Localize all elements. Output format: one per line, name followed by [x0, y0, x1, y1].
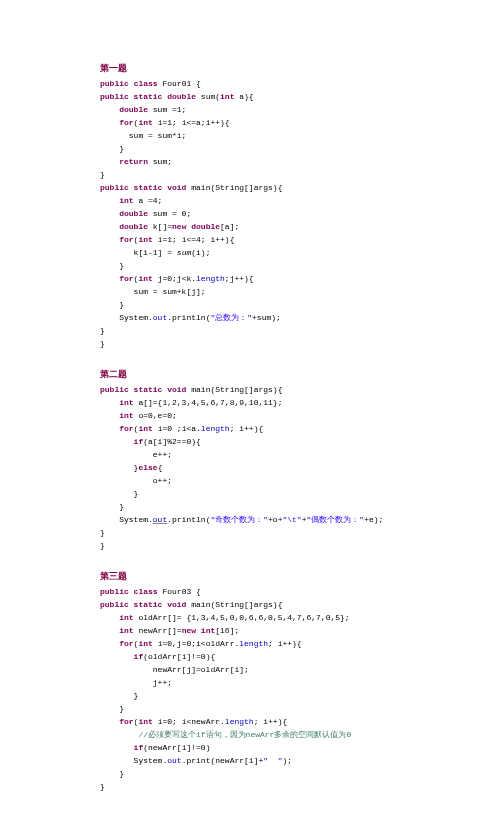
- section-3-heading: 第三题: [100, 570, 402, 583]
- section-2-heading: 第二题: [100, 368, 402, 381]
- section-1-heading: 第一题: [100, 62, 402, 75]
- section-3-code: public class Four03 { public static void…: [100, 585, 402, 793]
- section-1-code: public class Four01 { public static doub…: [100, 77, 402, 350]
- section-2-code: public static void main(String[]args){ i…: [100, 383, 402, 552]
